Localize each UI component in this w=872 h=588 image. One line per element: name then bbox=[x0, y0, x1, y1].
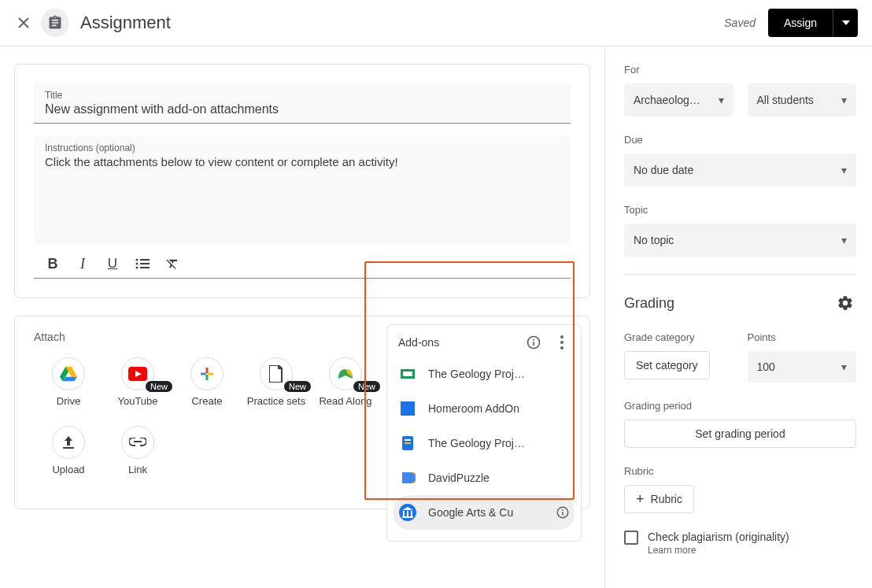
instructions-value: Click the attachments below to view cont… bbox=[45, 155, 560, 168]
svg-rect-26 bbox=[411, 511, 412, 516]
plagiarism-label: Check plagiarism (originality) bbox=[648, 531, 789, 543]
svg-point-15 bbox=[560, 335, 563, 338]
chevron-down-icon: ▾ bbox=[719, 94, 724, 106]
addon-info-button[interactable] bbox=[556, 505, 570, 520]
underline-button[interactable]: U bbox=[105, 256, 120, 272]
addon-icon bbox=[398, 434, 417, 453]
rubric-button[interactable]: + Rubric bbox=[624, 485, 694, 513]
new-badge: New bbox=[146, 381, 172, 392]
learn-more-link[interactable]: Learn more bbox=[648, 545, 789, 556]
set-category-button[interactable]: Set category bbox=[624, 351, 710, 379]
saved-status: Saved bbox=[724, 17, 756, 29]
attach-link[interactable]: Link bbox=[103, 426, 172, 477]
addons-panel: Add-ons The Geology Proj… Hom bbox=[386, 324, 582, 542]
svg-point-0 bbox=[136, 259, 139, 261]
svg-rect-27 bbox=[402, 516, 413, 518]
due-select[interactable]: No due date ▾ bbox=[624, 153, 856, 187]
attach-upload[interactable]: Upload bbox=[34, 426, 103, 477]
assignment-icon bbox=[41, 9, 69, 37]
close-button[interactable] bbox=[14, 13, 33, 32]
points-select[interactable]: 100 ▾ bbox=[748, 351, 857, 383]
chevron-down-icon: ▾ bbox=[841, 361, 847, 373]
svg-rect-24 bbox=[403, 511, 405, 516]
chevron-down-icon: ▾ bbox=[841, 94, 847, 106]
attach-card: Attach Drive New YouTube Create New bbox=[14, 316, 590, 509]
read-along-icon bbox=[337, 366, 354, 382]
topic-select[interactable]: No topic ▾ bbox=[624, 224, 856, 257]
assign-button[interactable]: Assign bbox=[768, 9, 833, 37]
set-grading-period-button[interactable]: Set grading period bbox=[624, 420, 856, 448]
title-label: Title bbox=[45, 90, 560, 101]
svg-rect-3 bbox=[140, 263, 150, 264]
addons-more-button[interactable] bbox=[552, 335, 571, 349]
points-label: Points bbox=[748, 331, 857, 343]
attach-practice-sets[interactable]: New Practice sets bbox=[242, 357, 311, 409]
settings-sidebar: For Archaeology … ▾ All students ▾ Due N… bbox=[604, 46, 872, 588]
addon-item-davidpuzzle[interactable]: DavidPuzzle bbox=[387, 460, 581, 495]
svg-point-13 bbox=[533, 339, 534, 341]
attach-create[interactable]: Create bbox=[172, 357, 242, 409]
svg-rect-11 bbox=[63, 447, 74, 449]
svg-point-29 bbox=[562, 509, 563, 511]
format-toolbar: B I U bbox=[34, 245, 571, 279]
svg-rect-14 bbox=[533, 342, 534, 346]
grading-period-label: Grading period bbox=[624, 400, 856, 412]
title-value: New assignment with add-on attachments bbox=[45, 102, 560, 116]
topic-label: Topic bbox=[624, 204, 856, 216]
bold-button[interactable]: B bbox=[45, 256, 61, 272]
svg-point-2 bbox=[136, 263, 139, 265]
svg-rect-22 bbox=[405, 442, 411, 444]
grading-title: Grading bbox=[624, 295, 674, 312]
attach-youtube[interactable]: New YouTube bbox=[103, 357, 172, 409]
addon-icon bbox=[398, 503, 417, 522]
upload-icon bbox=[61, 435, 76, 450]
bullet-list-button[interactable] bbox=[135, 256, 150, 272]
new-badge: New bbox=[353, 381, 380, 392]
link-icon bbox=[129, 438, 146, 447]
addon-item-geology-1[interactable]: The Geology Proj… bbox=[387, 357, 581, 391]
addon-icon bbox=[398, 468, 417, 487]
rubric-label: Rubric bbox=[624, 465, 856, 477]
plus-icon bbox=[199, 366, 215, 382]
svg-rect-25 bbox=[407, 511, 408, 516]
students-select[interactable]: All students ▾ bbox=[748, 83, 857, 116]
svg-rect-10 bbox=[208, 373, 213, 375]
svg-point-17 bbox=[560, 346, 563, 349]
svg-rect-21 bbox=[405, 439, 411, 441]
attach-read-along[interactable]: New Read Along bbox=[311, 357, 380, 409]
svg-rect-19 bbox=[403, 372, 412, 376]
youtube-icon bbox=[128, 367, 147, 381]
due-label: Due bbox=[624, 134, 856, 146]
plus-icon: + bbox=[636, 492, 645, 506]
grade-category-label: Grade category bbox=[624, 331, 733, 343]
addons-title: Add-ons bbox=[398, 336, 524, 349]
title-input[interactable]: Title New assignment with add-on attachm… bbox=[34, 83, 571, 124]
svg-rect-8 bbox=[206, 375, 209, 380]
italic-button[interactable]: I bbox=[75, 256, 91, 272]
class-select[interactable]: Archaeology … ▾ bbox=[624, 83, 733, 116]
svg-rect-7 bbox=[206, 368, 209, 373]
assignment-form-card: Title New assignment with add-on attachm… bbox=[14, 64, 590, 298]
document-icon bbox=[269, 365, 283, 383]
addon-item-geology-2[interactable]: The Geology Proj… bbox=[387, 426, 581, 460]
instructions-input[interactable]: Instructions (optional) Click the attach… bbox=[34, 136, 571, 245]
addon-item-arts-culture[interactable]: Google Arts & Cu bbox=[394, 495, 575, 530]
plagiarism-checkbox[interactable] bbox=[624, 531, 638, 545]
addons-info-button[interactable] bbox=[524, 335, 543, 350]
for-label: For bbox=[624, 64, 856, 76]
addon-icon bbox=[398, 399, 417, 418]
svg-rect-30 bbox=[562, 512, 563, 516]
clear-format-button[interactable] bbox=[164, 256, 180, 272]
addon-item-homeroom[interactable]: Homeroom AddOn bbox=[387, 391, 581, 426]
grading-settings-button[interactable] bbox=[834, 292, 856, 314]
assign-dropdown-button[interactable] bbox=[833, 9, 858, 37]
addons-list[interactable]: The Geology Proj… Homeroom AddOn The Geo… bbox=[387, 357, 581, 533]
page-title: Assignment bbox=[80, 13, 171, 33]
svg-point-16 bbox=[560, 341, 563, 344]
new-badge: New bbox=[284, 381, 311, 392]
svg-rect-9 bbox=[201, 373, 206, 375]
addon-icon bbox=[398, 364, 417, 383]
attach-drive[interactable]: Drive bbox=[34, 357, 103, 409]
chevron-down-icon: ▾ bbox=[841, 164, 847, 176]
drive-icon bbox=[60, 366, 77, 382]
